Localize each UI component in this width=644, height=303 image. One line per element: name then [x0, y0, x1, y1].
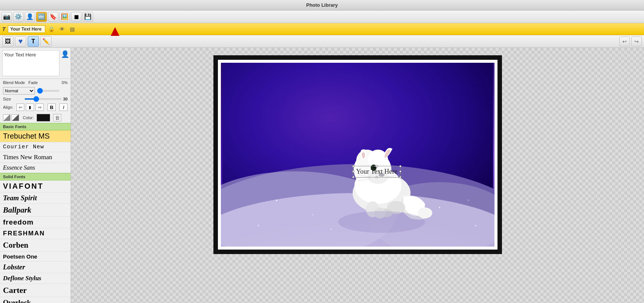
toolbar-settings-btn[interactable]: ⚙️	[13, 12, 24, 22]
handle-rm[interactable]	[399, 170, 401, 173]
svg-point-29	[468, 200, 469, 201]
toolbar-frame-btn[interactable]: 🖼️	[59, 12, 70, 22]
photo-image	[221, 63, 494, 247]
font-item-corben[interactable]: Corben	[0, 239, 71, 252]
toolbar-save-btn[interactable]: 💾	[83, 12, 93, 22]
svg-point-25	[338, 211, 425, 233]
secondary-toolbar: 🖼 ♥ T ✏️ ↩ ↪	[0, 35, 644, 48]
svg-point-30	[258, 225, 259, 226]
handle-lm[interactable]	[352, 170, 354, 173]
align-left-btn[interactable]: ⇦	[16, 103, 25, 111]
text-overlay-content: Your Text Here	[356, 168, 398, 175]
size-slider[interactable]	[24, 98, 62, 100]
color-swatch[interactable]	[37, 114, 50, 121]
font-item-essence[interactable]: Essence Sans	[0, 163, 71, 173]
toolbar-text-btn[interactable]: 🔤	[36, 12, 47, 22]
paint-btn[interactable]: ✏️	[40, 36, 52, 47]
text-preview-box[interactable]: Your Text Here	[2, 50, 59, 76]
text-preview-area: Your Text Here 👤	[0, 48, 71, 79]
align-right-btn[interactable]: ⇨	[36, 103, 44, 111]
font-item-overlock[interactable]: Overlock	[0, 297, 71, 303]
main-toolbar: 📷 ⚙️ 👤 🔤 🔖 🖼️ ◼ 💾	[0, 10, 644, 23]
toolbar-pattern-btn[interactable]: ◼	[71, 12, 81, 22]
text-props-bar: T Your Text Here 🔒 👁 ▤	[0, 23, 644, 35]
photo-add-btn[interactable]: 🖼	[2, 36, 13, 47]
main-layout: Your Text Here 👤 Blend Mode Fade 0% Norm…	[0, 48, 644, 303]
fade-value: 0%	[62, 80, 68, 85]
color-row: Color: 🗑	[0, 112, 71, 123]
font-item-viafont[interactable]: VIAFONT	[0, 180, 71, 192]
bold-btn[interactable]: B	[47, 103, 56, 111]
align-center-btn[interactable]: ▮	[26, 103, 34, 111]
fade-slider[interactable]	[37, 90, 59, 92]
text-preview-content: Your Text Here	[4, 52, 36, 58]
blend-mode-row: Blend Mode Fade 0%	[0, 79, 71, 86]
fade-label: Fade	[28, 80, 38, 85]
canvas-area[interactable]: ▲	[71, 48, 644, 303]
text-overlay[interactable]: Your Text Here	[353, 166, 401, 177]
italic-btn[interactable]: I	[59, 103, 68, 111]
toolbar-stamp-btn[interactable]: 🔖	[48, 12, 58, 22]
person-icon: 👤	[61, 50, 68, 58]
font-item-times[interactable]: Times New Roman	[0, 152, 71, 163]
left-panel: Your Text Here 👤 Blend Mode Fade 0% Norm…	[0, 48, 71, 303]
eye-icon[interactable]: 👁	[58, 25, 66, 33]
app-title: Photo Library	[306, 2, 338, 8]
handle-bl[interactable]	[352, 176, 354, 178]
redo-btn[interactable]: ↪	[631, 37, 642, 46]
handle-tl[interactable]	[352, 165, 354, 167]
gradient2-icon[interactable]	[12, 114, 19, 121]
layers-icon[interactable]: ▤	[68, 25, 77, 33]
text-type-icon: T	[2, 26, 6, 32]
undo-btn[interactable]: ↩	[619, 37, 630, 46]
font-list-container[interactable]: Basic Fonts Trebuchet MS Courier New Tim…	[0, 123, 71, 303]
svg-point-7	[417, 207, 432, 218]
blend-mode-label: Blend Mode	[3, 80, 25, 85]
photo-frame[interactable]: Your Text Here	[218, 60, 497, 250]
align-row: Align: ⇦ ▮ ⇨ B I	[0, 102, 71, 112]
canvas-frame: Your Text Here	[213, 55, 502, 254]
font-item-freedom[interactable]: freedom	[0, 217, 71, 228]
svg-point-31	[330, 229, 331, 230]
solid-fonts-header: Solid Fonts	[0, 173, 71, 180]
text-name-display[interactable]: Your Text Here	[8, 25, 45, 33]
handle-tr[interactable]	[399, 165, 401, 167]
handle-br[interactable]	[399, 176, 401, 178]
toolbar-camera-btn[interactable]: 📷	[1, 12, 12, 22]
handle-tm[interactable]	[376, 165, 378, 167]
svg-point-27	[312, 214, 313, 215]
size-value: 30	[63, 97, 68, 101]
basic-fonts-header: Basic Fonts	[0, 123, 71, 130]
font-item-teamspirit[interactable]: Team Spirit	[0, 192, 71, 204]
size-row: Size 30	[0, 96, 71, 102]
font-item-poetsen[interactable]: Poetsen One	[0, 252, 71, 262]
align-label: Align:	[3, 105, 13, 109]
lock-icon[interactable]: 🔒	[47, 25, 56, 33]
text-tool-btn[interactable]: T	[28, 36, 39, 47]
font-item-courier[interactable]: Courier New	[0, 142, 71, 152]
color-delete-btn[interactable]: 🗑	[53, 114, 61, 121]
toolbar-person-btn[interactable]: 👤	[25, 12, 35, 22]
heart-btn[interactable]: ♥	[15, 36, 26, 47]
font-item-deflone[interactable]: Deflone Stylus	[0, 273, 71, 284]
font-item-carter[interactable]: Carter	[0, 284, 71, 297]
handle-bm[interactable]	[376, 176, 378, 178]
blend-mode-select[interactable]: Normal Multiply Screen Overlay Darken Li…	[3, 87, 35, 95]
size-label: Size	[3, 97, 23, 101]
font-item-ballpark[interactable]: Ballpark	[0, 204, 71, 217]
svg-point-32	[475, 225, 476, 226]
svg-point-28	[438, 207, 440, 208]
title-bar: Photo Library	[0, 0, 644, 10]
font-item-lobster[interactable]: Lobster	[0, 262, 71, 273]
gradient1-icon[interactable]	[3, 114, 10, 121]
svg-point-26	[276, 200, 277, 201]
font-item-trebuchet[interactable]: Trebuchet MS	[0, 130, 71, 142]
font-item-freshman[interactable]: Freshman	[0, 228, 71, 239]
color-label: Color:	[23, 115, 34, 120]
